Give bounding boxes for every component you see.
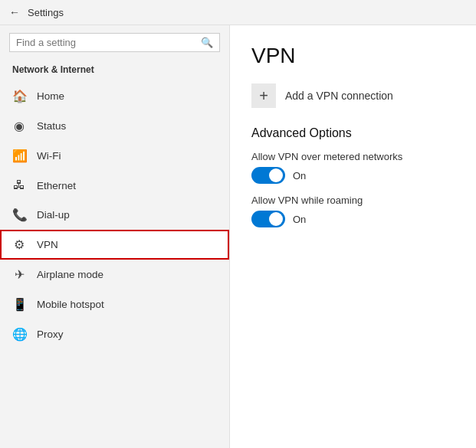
- sidebar-icon-status: ◉: [12, 119, 26, 133]
- sidebar-items-container: 🏠 Home ◉ Status 📶 Wi-Fi 🖧 Ethernet 📞 Dia…: [0, 81, 229, 349]
- content-panel: VPN + Add a VPN connection Advanced Opti…: [230, 25, 476, 448]
- search-icon: 🔍: [201, 37, 213, 48]
- search-box[interactable]: 🔍: [9, 33, 220, 52]
- sidebar-item-vpn[interactable]: ⚙ VPN: [0, 230, 229, 260]
- sidebar-item-wifi[interactable]: 📶 Wi-Fi: [0, 141, 229, 171]
- add-vpn-plus-icon: +: [251, 83, 276, 108]
- sidebar-label-ethernet: Ethernet: [37, 180, 76, 191]
- search-input[interactable]: [16, 37, 196, 48]
- sidebar-label-vpn: VPN: [37, 239, 58, 250]
- sidebar-icon-proxy: 🌐: [12, 327, 26, 342]
- sidebar-item-ethernet[interactable]: 🖧 Ethernet: [0, 171, 229, 200]
- sidebar-item-dialup[interactable]: 📞 Dial-up: [0, 200, 229, 230]
- sidebar-item-proxy[interactable]: 🌐 Proxy: [0, 319, 229, 349]
- sidebar-item-hotspot[interactable]: 📱 Mobile hotspot: [0, 289, 229, 319]
- page-title: VPN: [251, 44, 455, 68]
- sidebar-label-airplane: Airplane mode: [37, 269, 103, 280]
- toggle-row-metered: On: [251, 167, 455, 184]
- advanced-options-section: Advanced Options Allow VPN over metered …: [251, 126, 455, 227]
- sidebar-item-airplane[interactable]: ✈ Airplane mode: [0, 260, 229, 289]
- sidebar-item-status[interactable]: ◉ Status: [0, 111, 229, 141]
- sidebar-section-title: Network & Internet: [0, 60, 229, 81]
- sidebar-icon-ethernet: 🖧: [12, 178, 26, 192]
- toggle-label-roaming: On: [293, 214, 306, 225]
- option-label-roaming: Allow VPN while roaming: [251, 195, 455, 206]
- sidebar-item-home[interactable]: 🏠 Home: [0, 81, 229, 111]
- sidebar-label-home: Home: [37, 90, 64, 102]
- sidebar: 🔍 Network & Internet 🏠 Home ◉ Status 📶 W…: [0, 25, 230, 448]
- sidebar-label-proxy: Proxy: [37, 329, 64, 340]
- sidebar-label-dialup: Dial-up: [37, 209, 70, 221]
- option-label-metered: Allow VPN over metered networks: [251, 151, 455, 162]
- back-button[interactable]: ←: [9, 6, 20, 18]
- sidebar-icon-airplane: ✈: [12, 267, 26, 282]
- add-vpn-label: Add a VPN connection: [285, 90, 393, 102]
- sidebar-icon-dialup: 📞: [12, 208, 26, 222]
- toggle-metered[interactable]: [251, 167, 285, 184]
- toggle-row-roaming: On: [251, 211, 455, 227]
- option-row-roaming: Allow VPN while roaming On: [251, 195, 455, 227]
- option-row-metered: Allow VPN over metered networks On: [251, 151, 455, 184]
- add-vpn-button[interactable]: + Add a VPN connection: [251, 83, 455, 108]
- toggle-roaming[interactable]: [251, 211, 285, 227]
- sidebar-label-hotspot: Mobile hotspot: [37, 299, 104, 310]
- sidebar-label-wifi: Wi-Fi: [37, 150, 61, 162]
- sidebar-icon-wifi: 📶: [12, 149, 26, 163]
- toggle-label-metered: On: [293, 170, 306, 181]
- sidebar-icon-vpn: ⚙: [12, 237, 26, 252]
- main-layout: 🔍 Network & Internet 🏠 Home ◉ Status 📶 W…: [0, 25, 476, 448]
- sidebar-icon-home: 🏠: [12, 89, 26, 103]
- title-bar: ← Settings: [0, 0, 476, 25]
- sidebar-label-status: Status: [37, 120, 66, 132]
- options-container: Allow VPN over metered networks On Allow…: [251, 151, 455, 227]
- window-title: Settings: [28, 7, 64, 18]
- advanced-options-title: Advanced Options: [251, 126, 455, 140]
- sidebar-icon-hotspot: 📱: [12, 297, 26, 312]
